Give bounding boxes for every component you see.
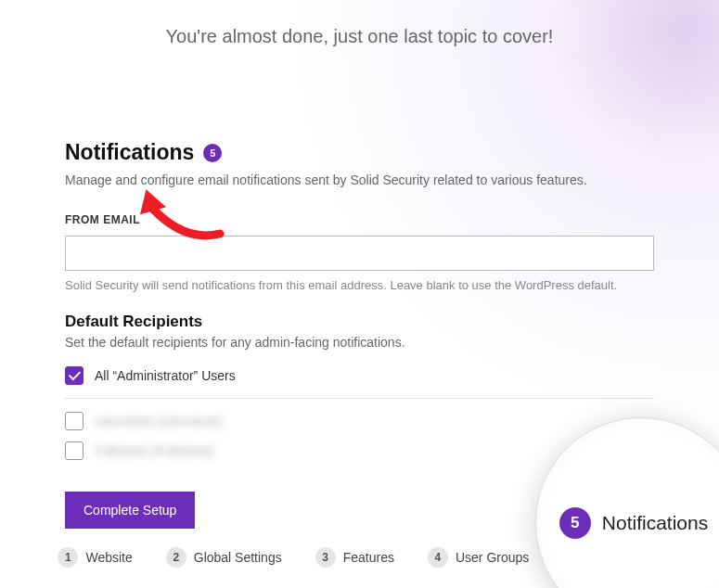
recipient-label: username (username) <box>95 414 223 428</box>
default-recipients-description: Set the default recipients for any admin… <box>65 335 654 350</box>
recipient-row: All “Administrator” Users <box>65 366 654 385</box>
section-header: Notifications 5 <box>65 140 654 165</box>
section-step-badge: 5 <box>203 144 222 162</box>
complete-setup-button[interactable]: Complete Setup <box>65 492 195 529</box>
step-label: Website <box>85 550 132 565</box>
recipient-label: Fullname (Fullname) <box>95 443 213 458</box>
step-number: 3 <box>315 547 336 568</box>
step-number: 4 <box>428 547 448 568</box>
magnifier-step-label: Notifications <box>602 512 708 534</box>
section-title: Notifications <box>65 140 194 165</box>
recipient-checkbox-user1[interactable] <box>65 412 83 430</box>
step-global-settings[interactable]: 2 Global Settings <box>166 547 282 568</box>
from-email-label: FROM EMAIL <box>65 213 654 226</box>
step-number: 1 <box>58 547 78 568</box>
from-email-help: Solid Security will send notifications f… <box>65 278 654 292</box>
section-description: Manage and configure email notifications… <box>65 173 654 187</box>
step-label: Features <box>343 550 394 565</box>
step-label: User Groups <box>456 550 529 565</box>
from-email-input[interactable] <box>65 236 654 271</box>
step-label: Global Settings <box>194 550 282 565</box>
divider <box>65 398 654 399</box>
step-features[interactable]: 3 Features <box>315 547 394 568</box>
step-user-groups[interactable]: 4 User Groups <box>428 547 529 568</box>
magnifier-step-number: 5 <box>559 507 591 539</box>
recipient-checkbox-user2[interactable] <box>65 441 83 460</box>
recipient-row: username (username) <box>65 412 654 430</box>
step-number: 2 <box>166 547 186 568</box>
step-website[interactable]: 1 Website <box>58 547 132 568</box>
recipient-label: All “Administrator” Users <box>95 368 236 383</box>
recipient-checkbox-all-admin[interactable] <box>65 366 83 385</box>
page-root: You're almost done, just one last topic … <box>0 0 719 588</box>
page-subtitle: You're almost done, just one last topic … <box>0 0 719 47</box>
default-recipients-title: Default Recipients <box>65 313 654 331</box>
